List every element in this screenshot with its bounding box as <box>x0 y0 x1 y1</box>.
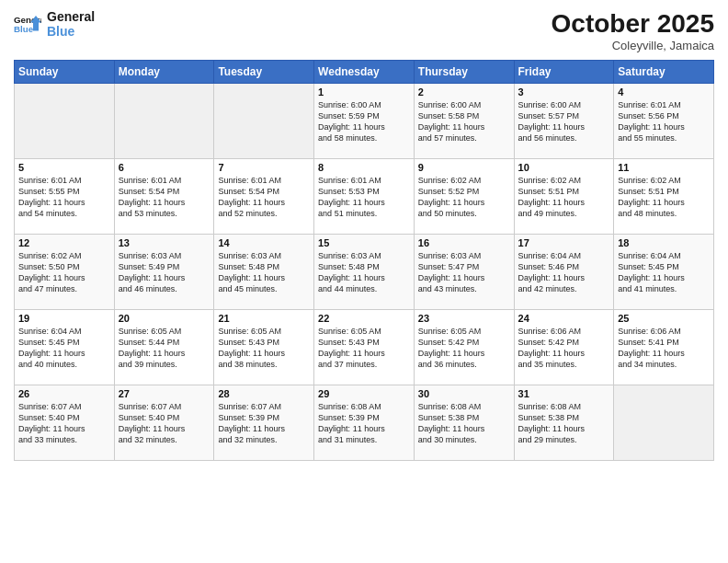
cell-content: Sunrise: 6:01 AM Sunset: 5:55 PM Dayligh… <box>18 175 110 220</box>
table-row: 7Sunrise: 6:01 AM Sunset: 5:54 PM Daylig… <box>214 159 314 235</box>
calendar-table: Sunday Monday Tuesday Wednesday Thursday… <box>14 60 714 461</box>
table-row: 21Sunrise: 6:05 AM Sunset: 5:43 PM Dayli… <box>214 310 314 385</box>
week-row-3: 12Sunrise: 6:02 AM Sunset: 5:50 PM Dayli… <box>15 235 714 310</box>
day-number: 14 <box>218 237 310 248</box>
header: General Blue General Blue October 2025 C… <box>14 9 714 52</box>
cell-content: Sunrise: 6:04 AM Sunset: 5:45 PM Dayligh… <box>18 326 110 371</box>
table-row: 12Sunrise: 6:02 AM Sunset: 5:50 PM Dayli… <box>15 235 115 310</box>
day-number: 12 <box>18 237 110 248</box>
table-row: 10Sunrise: 6:02 AM Sunset: 5:51 PM Dayli… <box>514 159 614 235</box>
cell-content: Sunrise: 6:02 AM Sunset: 5:51 PM Dayligh… <box>518 175 610 220</box>
cell-content: Sunrise: 6:08 AM Sunset: 5:38 PM Dayligh… <box>518 401 610 446</box>
table-row: 5Sunrise: 6:01 AM Sunset: 5:55 PM Daylig… <box>15 159 115 235</box>
table-row: 8Sunrise: 6:01 AM Sunset: 5:53 PM Daylig… <box>314 159 415 235</box>
day-number: 17 <box>518 237 610 248</box>
day-number: 25 <box>618 313 710 324</box>
table-row: 22Sunrise: 6:05 AM Sunset: 5:43 PM Dayli… <box>314 310 415 385</box>
title-block: October 2025 Coleyville, Jamaica <box>552 9 714 52</box>
table-row: 19Sunrise: 6:04 AM Sunset: 5:45 PM Dayli… <box>15 310 115 385</box>
cell-content: Sunrise: 6:02 AM Sunset: 5:50 PM Dayligh… <box>18 250 110 295</box>
cell-content: Sunrise: 6:01 AM Sunset: 5:53 PM Dayligh… <box>318 175 410 220</box>
day-number: 16 <box>418 237 510 248</box>
cell-content: Sunrise: 6:01 AM Sunset: 5:54 PM Dayligh… <box>119 175 210 220</box>
cell-content: Sunrise: 6:08 AM Sunset: 5:39 PM Dayligh… <box>318 401 410 446</box>
cell-content: Sunrise: 6:03 AM Sunset: 5:49 PM Dayligh… <box>119 250 210 295</box>
logo: General Blue General Blue <box>14 9 95 39</box>
col-monday: Monday <box>114 61 214 84</box>
day-number: 19 <box>18 313 110 324</box>
day-number: 13 <box>119 237 210 248</box>
day-number: 2 <box>418 86 510 98</box>
table-row: 23Sunrise: 6:05 AM Sunset: 5:42 PM Dayli… <box>414 310 514 385</box>
table-row: 15Sunrise: 6:03 AM Sunset: 5:48 PM Dayli… <box>314 235 415 310</box>
cell-content: Sunrise: 6:05 AM Sunset: 5:42 PM Dayligh… <box>418 326 510 371</box>
day-number: 1 <box>318 86 410 98</box>
day-number: 3 <box>518 86 610 98</box>
cell-content: Sunrise: 6:03 AM Sunset: 5:48 PM Dayligh… <box>218 250 310 295</box>
logo-line1: General <box>47 9 95 24</box>
day-number: 11 <box>618 162 710 173</box>
cell-content: Sunrise: 6:01 AM Sunset: 5:56 PM Dayligh… <box>618 99 710 144</box>
col-tuesday: Tuesday <box>214 61 314 84</box>
cell-content: Sunrise: 6:00 AM Sunset: 5:58 PM Dayligh… <box>418 99 510 144</box>
cell-content: Sunrise: 6:08 AM Sunset: 5:38 PM Dayligh… <box>418 401 510 446</box>
table-row: 1Sunrise: 6:00 AM Sunset: 5:59 PM Daylig… <box>314 84 415 159</box>
day-number: 7 <box>218 162 310 173</box>
table-row: 16Sunrise: 6:03 AM Sunset: 5:47 PM Dayli… <box>414 235 514 310</box>
table-row <box>214 84 314 159</box>
day-number: 20 <box>119 313 210 324</box>
table-row: 13Sunrise: 6:03 AM Sunset: 5:49 PM Dayli… <box>114 235 214 310</box>
week-row-5: 26Sunrise: 6:07 AM Sunset: 5:40 PM Dayli… <box>15 385 714 461</box>
cell-content: Sunrise: 6:05 AM Sunset: 5:44 PM Dayligh… <box>119 326 210 371</box>
table-row: 11Sunrise: 6:02 AM Sunset: 5:51 PM Dayli… <box>614 159 714 235</box>
col-friday: Friday <box>514 61 614 84</box>
cell-content: Sunrise: 6:07 AM Sunset: 5:39 PM Dayligh… <box>218 401 310 446</box>
table-row <box>614 385 714 461</box>
col-saturday: Saturday <box>614 61 714 84</box>
cell-content: Sunrise: 6:03 AM Sunset: 5:47 PM Dayligh… <box>418 250 510 295</box>
day-number: 4 <box>618 86 710 98</box>
table-row <box>15 84 115 159</box>
svg-text:Blue: Blue <box>14 24 34 34</box>
table-row <box>114 84 214 159</box>
table-row: 31Sunrise: 6:08 AM Sunset: 5:38 PM Dayli… <box>514 385 614 461</box>
cell-content: Sunrise: 6:04 AM Sunset: 5:45 PM Dayligh… <box>618 250 710 295</box>
cell-content: Sunrise: 6:06 AM Sunset: 5:42 PM Dayligh… <box>518 326 610 371</box>
day-number: 27 <box>119 388 210 399</box>
page: General Blue General Blue October 2025 C… <box>0 0 728 563</box>
day-number: 22 <box>318 313 410 324</box>
cell-content: Sunrise: 6:02 AM Sunset: 5:52 PM Dayligh… <box>418 175 510 220</box>
day-number: 29 <box>318 388 410 399</box>
cell-content: Sunrise: 6:04 AM Sunset: 5:46 PM Dayligh… <box>518 250 610 295</box>
month-title: October 2025 <box>552 9 714 39</box>
cell-content: Sunrise: 6:00 AM Sunset: 5:57 PM Dayligh… <box>518 99 610 144</box>
cell-content: Sunrise: 6:03 AM Sunset: 5:48 PM Dayligh… <box>318 250 410 295</box>
day-number: 5 <box>18 162 110 173</box>
day-number: 31 <box>518 388 610 399</box>
table-row: 3Sunrise: 6:00 AM Sunset: 5:57 PM Daylig… <box>514 84 614 159</box>
calendar-body: 1Sunrise: 6:00 AM Sunset: 5:59 PM Daylig… <box>15 84 714 461</box>
cell-content: Sunrise: 6:06 AM Sunset: 5:41 PM Dayligh… <box>618 326 710 371</box>
table-row: 4Sunrise: 6:01 AM Sunset: 5:56 PM Daylig… <box>614 84 714 159</box>
table-row: 9Sunrise: 6:02 AM Sunset: 5:52 PM Daylig… <box>414 159 514 235</box>
table-row: 2Sunrise: 6:00 AM Sunset: 5:58 PM Daylig… <box>414 84 514 159</box>
location: Coleyville, Jamaica <box>552 39 714 52</box>
cell-content: Sunrise: 6:05 AM Sunset: 5:43 PM Dayligh… <box>218 326 310 371</box>
day-number: 8 <box>318 162 410 173</box>
logo-icon: General Blue <box>14 10 41 38</box>
table-row: 30Sunrise: 6:08 AM Sunset: 5:38 PM Dayli… <box>414 385 514 461</box>
week-row-1: 1Sunrise: 6:00 AM Sunset: 5:59 PM Daylig… <box>15 84 714 159</box>
table-row: 28Sunrise: 6:07 AM Sunset: 5:39 PM Dayli… <box>214 385 314 461</box>
day-number: 24 <box>518 313 610 324</box>
day-number: 10 <box>518 162 610 173</box>
day-number: 28 <box>218 388 310 399</box>
week-row-4: 19Sunrise: 6:04 AM Sunset: 5:45 PM Dayli… <box>15 310 714 385</box>
col-thursday: Thursday <box>414 61 514 84</box>
col-sunday: Sunday <box>15 61 115 84</box>
cell-content: Sunrise: 6:05 AM Sunset: 5:43 PM Dayligh… <box>318 326 410 371</box>
day-number: 21 <box>218 313 310 324</box>
cell-content: Sunrise: 6:02 AM Sunset: 5:51 PM Dayligh… <box>618 175 710 220</box>
cell-content: Sunrise: 6:00 AM Sunset: 5:59 PM Dayligh… <box>318 99 410 144</box>
table-row: 26Sunrise: 6:07 AM Sunset: 5:40 PM Dayli… <box>15 385 115 461</box>
day-number: 23 <box>418 313 510 324</box>
